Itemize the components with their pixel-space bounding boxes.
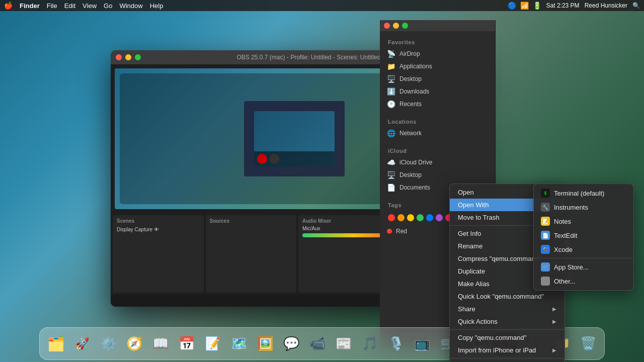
sidebar-item-downloads[interactable]: ⬇️ Downloads <box>382 85 493 98</box>
tag-dot-orange[interactable] <box>397 214 405 221</box>
menubar-left: 🍎 Finder File Edit View Go Window Help <box>4 2 163 10</box>
sidebar-item-desktop[interactable]: 🖥️ Desktop <box>382 73 493 85</box>
separator-3 <box>450 358 565 358</box>
locations-label: Locations <box>380 111 495 127</box>
menubar-user[interactable]: Reed Hunsicker <box>585 2 627 9</box>
dock-dictionary[interactable]: 📖 <box>148 332 173 356</box>
menubar-right: 🔵 📶 🔋 Sat 2:23 PM Reed Hunsicker 🔍 <box>508 2 640 10</box>
dock-system-prefs[interactable]: ⚙️ <box>96 332 120 356</box>
other-apps-icon <box>541 277 550 286</box>
recents-icon: 🕑 <box>387 100 395 108</box>
menu-quick-look[interactable]: Quick Look "qemu.command" <box>450 290 565 303</box>
menubar-edit[interactable]: Edit <box>64 2 75 10</box>
dock-podcasts[interactable]: 🎙️ <box>384 332 408 356</box>
menubar-app-name[interactable]: Finder <box>20 2 40 10</box>
sidebar-item-applications[interactable]: 📁 Applications <box>382 60 493 72</box>
menubar-view[interactable]: View <box>83 2 97 10</box>
quick-actions-arrow: ▶ <box>552 319 556 324</box>
menubar: 🍎 Finder File Edit View Go Window Help 🔵… <box>0 0 644 11</box>
apple-menu[interactable]: 🍎 <box>4 2 13 10</box>
tag-dot-purple[interactable] <box>436 214 443 221</box>
finder-min[interactable] <box>393 23 399 29</box>
app-store-icon: 🛒 <box>541 262 550 272</box>
menubar-file[interactable]: File <box>47 2 57 10</box>
bluetooth-icon[interactable]: 🔵 <box>508 2 516 10</box>
tag-dot-red[interactable] <box>388 214 395 221</box>
icloud-desktop-icon: 🖥️ <box>387 171 395 179</box>
maximize-button[interactable] <box>135 54 141 60</box>
close-button[interactable] <box>116 54 122 60</box>
sidebar-item-icloud-desktop[interactable]: 🖥️ Desktop <box>382 169 493 181</box>
submenu-app-store[interactable]: 🛒 App Store... <box>534 260 633 274</box>
dock-facetime[interactable]: 📹 <box>305 332 330 356</box>
submenu-other[interactable]: Other... <box>534 274 633 288</box>
menubar-window[interactable]: Window <box>119 2 142 10</box>
import-arrow: ▶ <box>552 347 556 353</box>
favorites-label: Favorites <box>380 31 495 47</box>
dock-finder[interactable]: 🗂️ <box>44 332 68 356</box>
submenu-separator <box>534 258 633 258</box>
dock-news[interactable]: 📰 <box>332 332 356 356</box>
submenu-notes[interactable]: 📝 Notes <box>534 214 633 228</box>
tag-dot-blue[interactable] <box>426 214 433 221</box>
airdrop-icon: 📡 <box>387 50 395 58</box>
sidebar-item-recents[interactable]: 🕑 Recents <box>382 98 493 110</box>
dock-maps[interactable]: 🗺️ <box>227 332 251 356</box>
sidebar-item-icloud-drive[interactable]: ☁️ iCloud Drive <box>382 156 493 168</box>
sidebar-item-airdrop[interactable]: 📡 AirDrop <box>382 48 493 60</box>
submenu-xcode[interactable]: ⚒️ Xcode <box>534 242 633 256</box>
tag-dot-yellow[interactable] <box>407 214 414 221</box>
dock-tv[interactable]: 📺 <box>410 332 434 356</box>
submenu-textedit[interactable]: 📄 TextEdit <box>534 228 633 242</box>
menu-share[interactable]: Share ▶ <box>450 303 565 315</box>
instruments-icon: 🔧 <box>541 203 550 212</box>
xcode-icon: ⚒️ <box>541 245 550 254</box>
dock-music[interactable]: 🎵 <box>358 332 382 356</box>
battery-icon[interactable]: 🔋 <box>533 2 541 10</box>
desktop-icon-sidebar: 🖥️ <box>387 75 395 83</box>
notes-app-icon: 📝 <box>541 217 550 226</box>
submenu-instruments[interactable]: 🔧 Instruments <box>534 200 633 214</box>
downloads-icon: ⬇️ <box>387 87 395 96</box>
menu-copy[interactable]: Copy "qemu.command" <box>450 331 565 344</box>
dock-messages[interactable]: 💬 <box>279 332 303 356</box>
menu-quick-actions[interactable]: Quick Actions ▶ <box>450 315 565 328</box>
menu-use-groups[interactable]: Use Groups <box>450 360 565 362</box>
wifi-icon[interactable]: 📶 <box>520 2 529 10</box>
separator-2 <box>450 329 565 330</box>
documents-icon: 📄 <box>387 184 395 192</box>
dock-notes[interactable]: 📝 <box>201 332 225 356</box>
finder-max[interactable] <box>402 23 408 29</box>
tag-dot-green[interactable] <box>417 214 424 221</box>
share-arrow: ▶ <box>552 306 556 312</box>
dock-launchpad[interactable]: 🚀 <box>70 332 94 356</box>
tag-red-dot-icon <box>387 229 392 234</box>
network-icon: 🌐 <box>387 129 395 137</box>
submenu-terminal[interactable]: $ Terminal (default) <box>534 186 633 200</box>
dock-safari[interactable]: 🧭 <box>122 332 146 356</box>
finder-close[interactable] <box>384 23 390 29</box>
menubar-datetime[interactable]: Sat 2:23 PM <box>546 2 580 9</box>
menubar-help[interactable]: Help <box>150 2 164 10</box>
sidebar-item-network[interactable]: 🌐 Network <box>382 127 493 139</box>
applications-icon: 📁 <box>387 62 395 70</box>
menubar-icons: 🔵 📶 🔋 <box>508 2 541 10</box>
icloud-drive-icon: ☁️ <box>387 158 395 166</box>
menubar-go[interactable]: Go <box>104 2 112 10</box>
icloud-label: iCloud <box>380 140 495 156</box>
dock-calendar[interactable]: 📅 <box>175 332 199 356</box>
minimize-button[interactable] <box>125 54 131 60</box>
dock-trash[interactable]: 🗑️ <box>576 332 600 356</box>
dock-photos[interactable]: 🖼️ <box>253 332 277 356</box>
menu-import-from-iphone[interactable]: Import from iPhone or iPad ▶ <box>450 344 565 356</box>
terminal-icon: $ <box>541 189 550 198</box>
textedit-icon: 📄 <box>541 231 550 240</box>
submenu-open-with: $ Terminal (default) 🔧 Instruments 📝 Not… <box>533 184 634 291</box>
search-icon[interactable]: 🔍 <box>632 2 640 9</box>
